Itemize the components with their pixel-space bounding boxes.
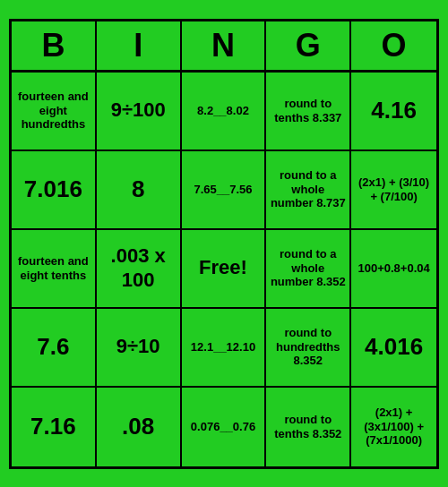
bingo-header: BINGO (12, 21, 436, 73)
cell-r0-c3: round to tenths 8.337 (266, 73, 351, 151)
cell-r3-c1: 9÷10 (97, 309, 182, 388)
cell-r4-c1: .08 (97, 388, 182, 466)
cell-r3-c3: round to hundredths 8.352 (266, 309, 351, 388)
cell-r1-c3: round to a whole number 8.737 (266, 151, 351, 230)
header-letter: N (182, 21, 267, 70)
cell-r4-c2: 0.076__0.76 (182, 388, 267, 466)
cell-r3-c4: 4.016 (351, 309, 436, 388)
header-letter: B (12, 21, 97, 70)
cell-r4-c3: round to tenths 8.352 (266, 388, 351, 466)
cell-r3-c0: 7.6 (12, 309, 97, 388)
cell-r0-c1: 9÷100 (97, 73, 182, 151)
header-letter: I (97, 21, 182, 70)
cell-r2-c3: round to a whole number 8.352 (266, 230, 351, 309)
cell-r3-c2: 12.1__12.10 (182, 309, 267, 388)
cell-r0-c2: 8.2__8.02 (182, 73, 267, 151)
cell-r0-c4: 4.16 (351, 73, 436, 151)
header-letter: G (266, 21, 351, 70)
header-letter: O (351, 21, 436, 70)
cell-r0-c0: fourteen and eight hundredths (12, 73, 97, 151)
bingo-grid: fourteen and eight hundredths9÷1008.2__8… (12, 73, 436, 466)
cell-r2-c2: Free! (182, 230, 267, 309)
cell-r2-c0: fourteen and eight tenths (12, 230, 97, 309)
cell-r4-c4: (2x1) + (3x1/100) + (7x1/1000) (351, 388, 436, 466)
cell-r1-c0: 7.016 (12, 151, 97, 230)
bingo-card: BINGO fourteen and eight hundredths9÷100… (9, 19, 439, 469)
cell-r1-c2: 7.65__7.56 (182, 151, 267, 230)
cell-r1-c1: 8 (97, 151, 182, 230)
cell-r1-c4: (2x1) + (3/10) + (7/100) (351, 151, 436, 230)
cell-r2-c1: .003 x 100 (97, 230, 182, 309)
cell-r4-c0: 7.16 (12, 388, 97, 466)
cell-r2-c4: 100+0.8+0.04 (351, 230, 436, 309)
